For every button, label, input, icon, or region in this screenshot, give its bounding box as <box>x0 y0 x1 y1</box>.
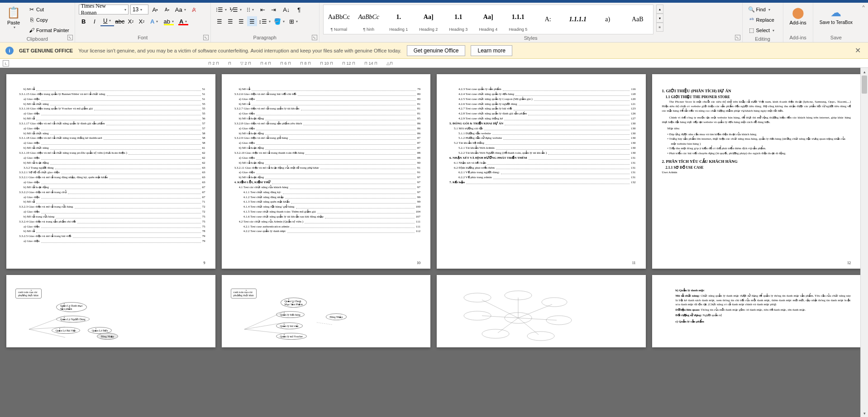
shrink-font-button[interactable]: A▾ <box>162 5 172 14</box>
format-painter-button[interactable]: 🖌Format Painter <box>26 25 71 35</box>
ruler[interactable]: L ⊓ 2 ⊓⊓▽ 2 ⊓⊓ 4 ⊓⊓ 6 ⊓⊓ 8 ⊓⊓ 10 ⊓⊓ 12 ⊓… <box>0 59 868 68</box>
style-item[interactable]: a) <box>593 6 622 33</box>
style-item[interactable]: AaB <box>623 6 652 33</box>
styles-dialog-launcher[interactable]: ⤡ <box>735 35 740 40</box>
paste-button[interactable]: 📋 Paste ▾ <box>4 5 24 30</box>
text-effects-button[interactable]: A▾ <box>148 16 161 26</box>
get-genuine-button[interactable]: Get genuine Office <box>407 45 466 56</box>
style-item[interactable]: Aa]Heading 4 <box>474 6 503 33</box>
style-item[interactable]: AaBbCc¶ hinh <box>354 6 383 33</box>
justify-button[interactable]: ☰ <box>247 16 257 26</box>
font-family-combo[interactable]: Times New Roman▾ <box>79 5 129 14</box>
replace-button[interactable]: ᵃᵇReplace <box>746 15 777 25</box>
scroll-down-button[interactable]: ▾ <box>861 409 868 417</box>
license-warning-bar: i GET GENUINE OFFICE Your license isn't … <box>0 43 868 59</box>
decrease-indent-button[interactable]: ⇤ <box>258 5 268 14</box>
font-size-combo[interactable]: 13▾ <box>130 5 148 14</box>
increase-indent-button[interactable]: ⇥ <box>269 5 279 14</box>
ribbon: 📋 Paste ▾ ✂Cut ⎘Copy 🖌Format Painter Cli… <box>0 3 868 43</box>
subscript-button[interactable]: X2 <box>126 16 136 26</box>
page-number: 12 <box>847 261 851 265</box>
styles-expand[interactable]: ≡ <box>656 23 663 32</box>
style-item[interactable]: AaBbCc¶ Normal <box>324 6 353 33</box>
styles-scroll-up[interactable]: ▴ <box>656 5 663 14</box>
underline-button[interactable]: U▾ <box>100 16 114 26</box>
group-styles: AaBbCc¶ NormalAaBbCc¶ hinh1.Heading 1Aa]… <box>320 3 743 42</box>
heading: b) Quản lý danh mục <box>676 289 705 292</box>
horizontal-ruler[interactable]: ⊓ 2 ⊓⊓▽ 2 ⊓⊓ 4 ⊓⊓ 6 ⊓⊓ 8 ⊓⊓ 10 ⊓⊓ 12 ⊓⊓ … <box>208 59 393 68</box>
change-case-button[interactable]: Aa▾ <box>174 5 187 14</box>
styles-gallery[interactable]: AaBbCc¶ NormalAaBbCc¶ hinh1.Heading 1Aa]… <box>323 5 653 34</box>
save-terabox-button[interactable]: ☁ Save to TeraBox <box>817 5 855 26</box>
svg-point-10 <box>464 311 491 320</box>
label: Đối tượng sử dụng: <box>676 313 702 317</box>
scroll-thumb[interactable] <box>862 76 867 94</box>
page-15[interactable] <box>437 275 646 347</box>
find-button[interactable]: 🔍Find▾ <box>746 5 777 14</box>
paragraph: User Admin <box>662 171 851 175</box>
select-label: Select <box>756 28 770 33</box>
font-group-label: Font <box>79 34 207 40</box>
label: Dữ liệu liên quan: <box>676 308 701 312</box>
align-right-button[interactable]: ☰ <box>236 16 246 26</box>
copy-label: Copy <box>36 17 48 23</box>
svg-point-13 <box>482 329 509 338</box>
svg-line-6 <box>317 322 333 325</box>
highlight-button[interactable]: ab▾ <box>162 16 176 26</box>
select-button[interactable]: ⬚Select▾ <box>746 25 777 35</box>
vertical-scrollbar[interactable]: ▴ ▾ <box>860 68 868 417</box>
font-dialog-launcher[interactable]: ⤡ <box>203 35 209 40</box>
align-center-button[interactable]: ☰ <box>225 16 235 26</box>
clipboard-dialog-launcher[interactable]: ⤡ <box>67 35 73 40</box>
shading-button[interactable]: 🪣▾ <box>272 16 286 26</box>
align-left-button[interactable]: ☰ <box>215 16 224 26</box>
paragraph: Chính vì thế công ty muốn tạo một websit… <box>662 116 851 125</box>
cut-button[interactable]: ✂Cut <box>26 5 71 14</box>
replace-icon: ᵃᵇ <box>748 16 755 24</box>
scroll-up-button[interactable]: ▴ <box>861 68 868 76</box>
font-color-button[interactable]: A▾ <box>176 16 190 26</box>
strikethrough-button[interactable]: abc <box>115 16 125 26</box>
styles-scroll-down[interactable]: ▾ <box>656 14 663 23</box>
copy-button[interactable]: ⎘Copy <box>26 15 71 25</box>
style-item[interactable]: A: <box>534 6 563 33</box>
tab-selector[interactable]: L <box>3 60 9 66</box>
bold-button[interactable]: B <box>79 16 89 26</box>
heading: 2. PHÂN TÍCH YÊU CẦU KHÁCH HÀNG <box>662 159 851 164</box>
list-item: • Trưng bày sản phẩm lên internet, thực … <box>671 137 851 146</box>
document-canvas[interactable]: b) Mô tả513.3.1.15 Giao diện trang quản … <box>0 68 868 417</box>
superscript-button[interactable]: X2 <box>137 16 147 26</box>
collapse-ribbon-icon[interactable]: ^ <box>862 5 864 10</box>
style-item[interactable]: 1.1Heading 3 <box>444 6 473 33</box>
show-marks-button[interactable]: ¶ <box>294 5 304 14</box>
style-item[interactable]: 1.Heading 1 <box>384 6 413 33</box>
page-10[interactable]: b) Mô tả793.3.2.6 Giao diện và mô tả tra… <box>222 74 431 269</box>
list-item: • Tiếp thu mọi đóng góp ý kiến để có thể… <box>671 146 851 151</box>
page-13[interactable]: cash toán của cácphương thức khác Quản L… <box>6 275 215 347</box>
grow-font-button[interactable]: A▴ <box>150 5 160 14</box>
multilevel-button[interactable]: ⁝⁝▾ <box>243 5 257 14</box>
svg-point-9 <box>542 298 567 307</box>
bullets-button[interactable]: ⁝☰▾ <box>215 5 228 14</box>
paragraph-dialog-launcher[interactable]: ⤡ <box>312 35 317 40</box>
page-16[interactable]: b) Quản lý danh mục Mô tả chức năng: Chứ… <box>652 275 861 347</box>
numbering-button[interactable]: ⅟☰▾ <box>229 5 243 14</box>
sort-button[interactable]: A↓ <box>280 5 293 14</box>
learn-more-button[interactable]: Learn more <box>471 45 512 56</box>
style-item[interactable]: 1.1.1Heading 5 <box>504 6 533 33</box>
page-number: 9 <box>204 261 205 265</box>
page-14[interactable]: cash toán của cácphương thức khác Quản L… <box>222 275 431 347</box>
style-item[interactable]: Aa]Heading 2 <box>414 6 443 33</box>
style-item[interactable]: 1.1.1.1 <box>563 6 592 33</box>
page-9[interactable]: b) Mô tả513.3.1.15 Giao diện trang quản … <box>6 74 215 269</box>
clear-formatting-button[interactable]: A̷ <box>189 5 199 14</box>
borders-button[interactable]: ⊞▾ <box>287 16 300 26</box>
page-11[interactable]: 4.2.3 Test case quản lý sản phẩm1164.2.4… <box>437 74 646 269</box>
line-spacing-button[interactable]: ↕☰▾ <box>258 16 272 26</box>
page-number: 11 <box>632 261 636 265</box>
italic-button[interactable]: I <box>90 16 100 26</box>
page-12[interactable]: 1. GIỚI THIỆU (PHÂN TÍCH) DỰ ÁN 1.1 GIỚI… <box>652 74 861 269</box>
brush-icon: 🖌 <box>28 27 35 34</box>
addins-button[interactable]: ⬤ Add-ins <box>787 5 809 26</box>
close-warning-button[interactable]: ✕ <box>853 44 863 57</box>
